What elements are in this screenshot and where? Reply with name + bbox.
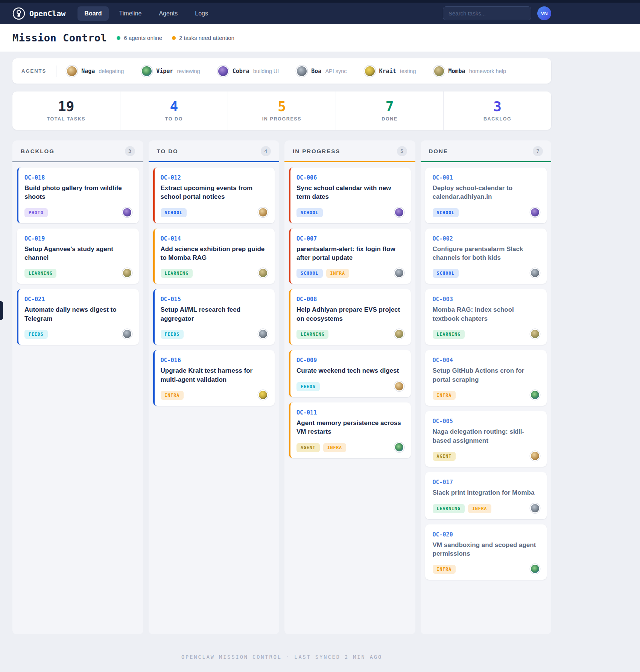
task-title: VM sandboxing and scoped agent permissio… — [433, 541, 540, 558]
agents-bar-label: AGENTS — [21, 68, 46, 74]
avatar-cobra-icon — [217, 66, 229, 77]
kanban-board: BACKLOG 3 OC-018 Build photo gallery fro… — [12, 140, 551, 634]
task-card[interactable]: OC-014 Add science exhibition prep guide… — [153, 229, 275, 284]
task-card[interactable]: OC-017 Slack print integration for Momba… — [425, 472, 547, 519]
task-card[interactable]: OC-008 Help Adhiyan prepare EVS project … — [289, 289, 411, 345]
tab-board[interactable]: Board — [78, 6, 108, 21]
avatar-momba-icon — [258, 268, 268, 278]
task-card[interactable]: OC-003 Momba RAG: index school textbook … — [425, 289, 547, 345]
task-title: parentsalarm-alert: fix login flow after… — [296, 245, 404, 262]
task-title: Slack print integration for Momba — [433, 488, 540, 497]
tag-photo: PHOTO — [24, 208, 48, 217]
stat-total-tasks: 19 TOTAL TASKS — [12, 91, 120, 130]
attention-status: 2 tasks need attention — [172, 35, 234, 41]
brand-name: OpenClaw — [29, 9, 65, 18]
agent-name: Naga — [81, 68, 95, 75]
stat-label: BACKLOG — [444, 116, 551, 122]
column-backlog: BACKLOG 3 OC-018 Build photo gallery fro… — [12, 140, 143, 634]
agent-chip-boa[interactable]: Boa API sync — [296, 66, 347, 77]
agent-chip-cobra[interactable]: Cobra building UI — [217, 66, 279, 77]
agent-name: Cobra — [233, 68, 249, 75]
stat-label: TOTAL TASKS — [12, 116, 120, 122]
tab-timeline[interactable]: Timeline — [112, 6, 149, 21]
avatar-cobra-icon — [530, 207, 540, 217]
task-card[interactable]: OC-015 Setup AI/ML research feed aggrega… — [153, 289, 275, 345]
task-card[interactable]: OC-012 Extract upcoming events from scho… — [153, 168, 275, 223]
tag-infra: INFRA — [323, 443, 347, 452]
agent-chip-krait[interactable]: Krait testing — [364, 66, 416, 77]
column-todo: TO DO 4 OC-012 Extract upcoming events f… — [149, 140, 280, 634]
task-title: Extract upcoming events from school port… — [161, 184, 268, 201]
search-input[interactable] — [443, 6, 531, 20]
stat-in-progress: 5 IN PROGRESS — [228, 91, 336, 130]
task-card[interactable]: OC-001 Deploy school-calendar to calenda… — [425, 168, 547, 223]
task-title: Upgrade Krait test harness for multi-age… — [161, 366, 268, 384]
agents-bar: AGENTS Naga delegating Viper reviewing C… — [12, 58, 551, 84]
column-header: TO DO 4 — [149, 140, 280, 162]
agent-status: homework help — [469, 68, 506, 74]
column-header: IN PROGRESS 5 — [284, 140, 415, 162]
task-id: OC-015 — [161, 296, 268, 303]
column-name: BACKLOG — [21, 148, 55, 154]
task-card[interactable]: OC-018 Build photo gallery from wildlife… — [17, 168, 139, 223]
agent-chip-naga[interactable]: Naga delegating — [66, 66, 124, 77]
column-count-badge: 4 — [261, 146, 271, 156]
tag-school: SCHOOL — [296, 208, 323, 217]
column-name: TO DO — [157, 148, 178, 154]
task-title: Setup GitHub Actions cron for portal scr… — [433, 366, 540, 384]
task-card[interactable]: OC-005 Naga delegation routing: skill-ba… — [425, 411, 547, 467]
attention-label: 2 tasks need attention — [179, 35, 234, 41]
agent-status: reviewing — [177, 68, 200, 74]
green-dot-icon — [117, 36, 120, 40]
agent-status: testing — [400, 68, 416, 74]
task-card[interactable]: OC-007 parentsalarm-alert: fix login flo… — [289, 229, 411, 284]
task-id: OC-004 — [433, 357, 540, 364]
stat-label: TO DO — [120, 116, 228, 122]
tag-school: SCHOOL — [161, 208, 187, 217]
task-card[interactable]: OC-020 VM sandboxing and scoped agent pe… — [425, 524, 547, 580]
agent-name: Krait — [379, 68, 396, 75]
divider — [56, 66, 56, 77]
task-card[interactable]: OC-006 Sync school calendar with new ter… — [289, 168, 411, 223]
stat-label: IN PROGRESS — [228, 116, 336, 122]
task-card[interactable]: OC-016 Upgrade Krait test harness for mu… — [153, 350, 275, 406]
task-card[interactable]: OC-009 Curate weekend tech news digest F… — [289, 350, 411, 397]
stat-value: 7 — [336, 99, 444, 114]
tab-logs[interactable]: Logs — [188, 6, 215, 21]
task-id: OC-016 — [161, 357, 268, 364]
brand[interactable]: OpenClaw — [12, 7, 65, 20]
footer-status: OPENCLAW MISSION CONTROL · LAST SYNCED 2… — [12, 654, 551, 660]
avatar-viper-icon — [530, 390, 540, 400]
tag-agent: AGENT — [296, 443, 320, 452]
tag-learning: LEARNING — [24, 269, 56, 278]
orange-dot-icon — [172, 36, 176, 40]
avatar-krait-icon — [364, 66, 375, 77]
agent-chip-viper[interactable]: Viper reviewing — [141, 66, 200, 77]
avatar-boa-icon — [296, 66, 307, 77]
user-avatar[interactable]: VN — [537, 6, 551, 20]
task-id: OC-021 — [24, 296, 132, 303]
task-title: Momba RAG: index school textbook chapter… — [433, 305, 540, 323]
avatar-naga-icon — [394, 381, 404, 391]
task-card[interactable]: OC-021 Automate daily news digest to Tel… — [17, 289, 139, 345]
task-id: OC-019 — [24, 235, 132, 242]
tab-agents[interactable]: Agents — [152, 6, 184, 21]
tag-infra: INFRA — [468, 504, 491, 513]
task-id: OC-012 — [161, 174, 268, 181]
task-card[interactable]: OC-004 Setup GitHub Actions cron for por… — [425, 350, 547, 406]
task-card[interactable]: OC-019 Setup Aganvee's study agent chann… — [17, 229, 139, 284]
agent-chip-momba[interactable]: Momba homework help — [433, 66, 506, 77]
stat-value: 4 — [120, 99, 228, 114]
edge-drawer-tab[interactable] — [0, 301, 3, 320]
task-card[interactable]: OC-011 Agent memory persistence across V… — [289, 402, 411, 458]
tag-learning: LEARNING — [296, 330, 328, 339]
avatar-boa-icon — [258, 329, 268, 339]
task-title: Naga delegation routing: skill-based ass… — [433, 427, 540, 445]
task-id: OC-006 — [296, 174, 404, 181]
avatar-boa-icon — [530, 503, 540, 513]
task-id: OC-020 — [433, 531, 540, 538]
task-card[interactable]: OC-002 Configure parentsalarm Slack chan… — [425, 229, 547, 284]
stat-label: DONE — [336, 116, 444, 122]
tag-learning: LEARNING — [433, 330, 465, 339]
agent-status: API sync — [325, 68, 347, 74]
